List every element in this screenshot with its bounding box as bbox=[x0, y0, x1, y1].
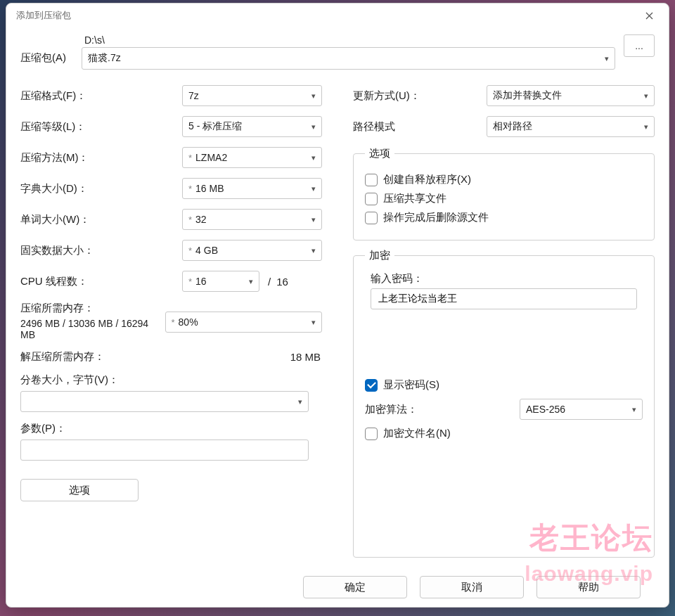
encryption-legend: 加密 bbox=[365, 249, 394, 262]
dict-label: 字典大小(D)： bbox=[20, 182, 182, 195]
level-select[interactable]: 5 - 标准压缩▾ bbox=[182, 116, 322, 137]
archive-filename: 猫裘.7z bbox=[88, 52, 600, 65]
footer: 确定 取消 帮助 bbox=[20, 566, 655, 598]
encnames-checkbox[interactable] bbox=[365, 428, 378, 440]
close-icon bbox=[645, 12, 653, 20]
window-title: 添加到压缩包 bbox=[16, 9, 71, 22]
format-select[interactable]: 7z▾ bbox=[182, 85, 322, 106]
password-input[interactable] bbox=[377, 293, 631, 305]
chevron-down-icon: ▾ bbox=[311, 215, 316, 224]
pathmode-label: 路径模式 bbox=[353, 120, 487, 134]
archive-path: D:\s\ bbox=[82, 34, 615, 46]
chevron-down-icon: ▾ bbox=[644, 91, 648, 101]
browse-button[interactable]: ... bbox=[624, 34, 655, 57]
memcomp-values: 2496 MB / 13036 MB / 16294 MB bbox=[20, 318, 165, 340]
dict-select[interactable]: *16 MB▾ bbox=[182, 178, 322, 199]
split-label: 分卷大小，字节(V)： bbox=[20, 373, 322, 387]
params-input[interactable] bbox=[20, 439, 309, 461]
sfx-row[interactable]: 创建自释放程序(X) bbox=[365, 173, 643, 186]
ok-button[interactable]: 确定 bbox=[303, 576, 407, 598]
memcomp-label: 压缩所需内存： bbox=[20, 302, 165, 315]
encryption-group: 加密 输入密码： 显示密码(S) 加密算法： AES-256▾ 加密文件名(N) bbox=[353, 249, 655, 558]
chevron-down-icon: ▾ bbox=[311, 122, 316, 131]
params-field[interactable] bbox=[27, 444, 302, 456]
chevron-down-icon: ▾ bbox=[644, 122, 648, 131]
threads-slash: / bbox=[268, 276, 271, 288]
threads-label: CPU 线程数： bbox=[20, 275, 182, 288]
delete-checkbox[interactable] bbox=[365, 212, 378, 224]
shared-row[interactable]: 压缩共享文件 bbox=[365, 192, 643, 205]
level-label: 压缩等级(L)： bbox=[20, 120, 182, 134]
delete-row[interactable]: 操作完成后删除源文件 bbox=[365, 211, 643, 224]
solid-label: 固实数据大小： bbox=[20, 244, 182, 257]
threads-select[interactable]: *16▾ bbox=[182, 271, 259, 292]
encnames-row[interactable]: 加密文件名(N) bbox=[365, 427, 643, 440]
params-label: 参数(P)： bbox=[20, 422, 322, 435]
showpwd-checkbox[interactable] bbox=[365, 379, 378, 392]
word-label: 单词大小(W)： bbox=[20, 213, 182, 226]
memdecomp-label: 解压缩所需内存： bbox=[20, 350, 182, 364]
password-label: 输入密码： bbox=[371, 272, 643, 285]
archive-filename-combo[interactable]: 猫裘.7z ▾ bbox=[82, 47, 615, 70]
solid-select[interactable]: *4 GB▾ bbox=[182, 240, 322, 261]
split-combo[interactable]: ▾ bbox=[20, 391, 309, 412]
chevron-down-icon: ▾ bbox=[605, 54, 609, 63]
word-select[interactable]: *32▾ bbox=[182, 209, 322, 230]
cancel-button[interactable]: 取消 bbox=[420, 576, 524, 598]
chevron-down-icon: ▾ bbox=[311, 246, 316, 255]
titlebar: 添加到压缩包 bbox=[6, 4, 669, 27]
encmethod-select[interactable]: AES-256▾ bbox=[520, 399, 643, 420]
options-legend: 选项 bbox=[365, 147, 394, 160]
help-button[interactable]: 帮助 bbox=[536, 576, 641, 598]
method-label: 压缩方法(M)： bbox=[20, 151, 182, 165]
archive-label: 压缩包(A) bbox=[20, 34, 73, 65]
format-label: 压缩格式(F)： bbox=[20, 89, 182, 103]
memdecomp-value: 18 MB bbox=[182, 351, 322, 363]
memcomp-select[interactable]: *80%▾ bbox=[165, 312, 323, 333]
chevron-down-icon: ▾ bbox=[311, 318, 316, 327]
encmethod-label: 加密算法： bbox=[365, 403, 520, 416]
sfx-checkbox[interactable] bbox=[365, 174, 378, 186]
chevron-down-icon: ▾ bbox=[298, 397, 302, 406]
showpwd-row[interactable]: 显示密码(S) bbox=[365, 378, 643, 392]
method-select[interactable]: *LZMA2▾ bbox=[182, 147, 322, 168]
update-label: 更新方式(U)： bbox=[353, 89, 487, 103]
password-input-wrap[interactable] bbox=[371, 288, 637, 309]
threads-max: 16 bbox=[276, 276, 288, 288]
chevron-down-icon: ▾ bbox=[249, 277, 253, 286]
shared-checkbox[interactable] bbox=[365, 193, 378, 205]
update-select[interactable]: 添加并替换文件▾ bbox=[487, 85, 655, 106]
pathmode-select[interactable]: 相对路径▾ bbox=[487, 116, 655, 137]
chevron-down-icon: ▾ bbox=[311, 184, 316, 193]
chevron-down-icon: ▾ bbox=[311, 91, 316, 101]
chevron-down-icon: ▾ bbox=[632, 405, 636, 414]
options-button[interactable]: 选项 bbox=[20, 479, 139, 501]
dialog-window: 添加到压缩包 压缩包(A) D:\s\ 猫裘.7z ▾ ... bbox=[6, 3, 669, 608]
options-group: 选项 创建自释放程序(X) 压缩共享文件 操作完成后删除源文件 bbox=[353, 147, 655, 240]
chevron-down-icon: ▾ bbox=[311, 153, 316, 162]
close-button[interactable] bbox=[634, 5, 664, 26]
